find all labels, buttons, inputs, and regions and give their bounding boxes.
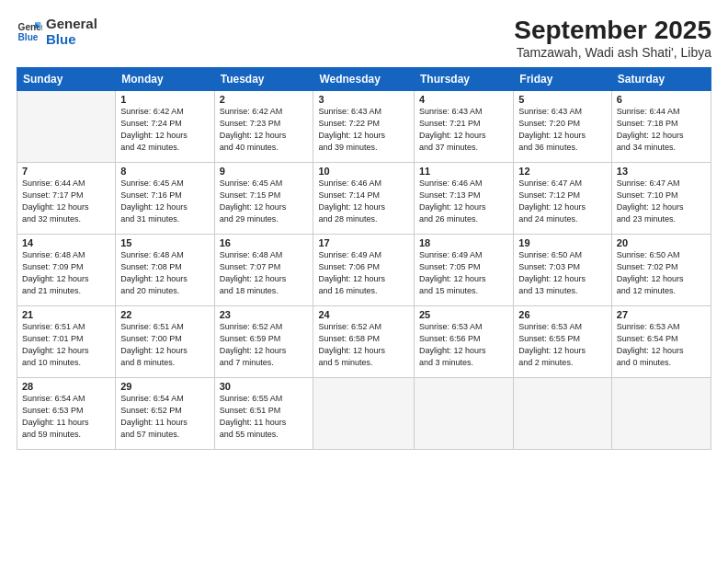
- day-info: Sunrise: 6:44 AMSunset: 7:18 PMDaylight:…: [617, 106, 706, 154]
- table-row: 19Sunrise: 6:50 AMSunset: 7:03 PMDayligh…: [514, 234, 612, 305]
- day-info: Sunrise: 6:47 AMSunset: 7:10 PMDaylight:…: [617, 178, 706, 225]
- table-row: [514, 377, 612, 449]
- table-row: 7Sunrise: 6:44 AMSunset: 7:17 PMDaylight…: [17, 162, 116, 234]
- col-tuesday: Tuesday: [214, 67, 313, 90]
- table-row: 2Sunrise: 6:42 AMSunset: 7:23 PMDaylight…: [214, 90, 313, 162]
- col-wednesday: Wednesday: [313, 67, 415, 90]
- logo-general: General: [46, 16, 97, 31]
- col-saturday: Saturday: [611, 67, 711, 90]
- day-info: Sunrise: 6:42 AMSunset: 7:24 PMDaylight:…: [120, 106, 209, 154]
- day-number: 3: [318, 94, 409, 105]
- day-info: Sunrise: 6:47 AMSunset: 7:12 PMDaylight:…: [518, 178, 607, 225]
- table-row: 28Sunrise: 6:54 AMSunset: 6:53 PMDayligh…: [17, 377, 116, 449]
- day-info: Sunrise: 6:52 AMSunset: 6:58 PMDaylight:…: [318, 321, 409, 369]
- day-number: 5: [518, 94, 607, 105]
- day-number: 20: [617, 237, 706, 248]
- day-number: 12: [518, 166, 607, 177]
- day-number: 23: [220, 309, 309, 320]
- col-sunday: Sunday: [17, 67, 116, 90]
- day-info: Sunrise: 6:49 AMSunset: 7:06 PMDaylight:…: [318, 249, 409, 297]
- day-number: 11: [419, 166, 508, 177]
- day-number: 29: [120, 381, 209, 392]
- day-info: Sunrise: 6:48 AMSunset: 7:08 PMDaylight:…: [120, 249, 209, 297]
- table-row: 9Sunrise: 6:45 AMSunset: 7:15 PMDaylight…: [214, 162, 313, 234]
- table-row: 13Sunrise: 6:47 AMSunset: 7:10 PMDayligh…: [611, 162, 711, 234]
- title-block: September 2025 Tamzawah, Wadi ash Shati'…: [514, 17, 711, 60]
- table-row: [611, 377, 711, 449]
- svg-text:Blue: Blue: [18, 32, 39, 42]
- calendar-table: Sunday Monday Tuesday Wednesday Thursday…: [17, 67, 711, 450]
- month-title: September 2025: [514, 17, 711, 45]
- calendar-week-row: 1Sunrise: 6:42 AMSunset: 7:24 PMDaylight…: [17, 90, 711, 162]
- table-row: 18Sunrise: 6:49 AMSunset: 7:05 PMDayligh…: [415, 234, 514, 305]
- day-info: Sunrise: 6:52 AMSunset: 6:59 PMDaylight:…: [220, 321, 309, 369]
- day-info: Sunrise: 6:43 AMSunset: 7:20 PMDaylight:…: [518, 106, 607, 154]
- day-number: 28: [22, 381, 110, 392]
- table-row: 22Sunrise: 6:51 AMSunset: 7:00 PMDayligh…: [116, 305, 214, 377]
- day-info: Sunrise: 6:43 AMSunset: 7:21 PMDaylight:…: [419, 106, 508, 154]
- table-row: 10Sunrise: 6:46 AMSunset: 7:14 PMDayligh…: [313, 162, 415, 234]
- table-row: 20Sunrise: 6:50 AMSunset: 7:02 PMDayligh…: [611, 234, 711, 305]
- day-info: Sunrise: 6:51 AMSunset: 7:01 PMDaylight:…: [22, 321, 110, 369]
- day-number: 9: [220, 166, 309, 177]
- table-row: 6Sunrise: 6:44 AMSunset: 7:18 PMDaylight…: [611, 90, 711, 162]
- day-info: Sunrise: 6:51 AMSunset: 7:00 PMDaylight:…: [120, 321, 209, 369]
- day-info: Sunrise: 6:46 AMSunset: 7:14 PMDaylight:…: [318, 178, 409, 225]
- day-number: 24: [318, 309, 409, 320]
- day-info: Sunrise: 6:44 AMSunset: 7:17 PMDaylight:…: [22, 178, 110, 225]
- day-info: Sunrise: 6:50 AMSunset: 7:02 PMDaylight:…: [617, 249, 706, 297]
- table-row: 30Sunrise: 6:55 AMSunset: 6:51 PMDayligh…: [214, 377, 313, 449]
- day-info: Sunrise: 6:53 AMSunset: 6:54 PMDaylight:…: [617, 321, 706, 369]
- day-number: 8: [120, 166, 209, 177]
- table-row: 12Sunrise: 6:47 AMSunset: 7:12 PMDayligh…: [514, 162, 612, 234]
- table-row: 4Sunrise: 6:43 AMSunset: 7:21 PMDaylight…: [415, 90, 514, 162]
- day-number: 14: [22, 237, 110, 248]
- day-info: Sunrise: 6:54 AMSunset: 6:52 PMDaylight:…: [120, 393, 209, 441]
- day-number: 30: [220, 381, 309, 392]
- day-number: 25: [419, 309, 508, 320]
- table-row: [415, 377, 514, 449]
- day-number: 27: [617, 309, 706, 320]
- header: General Blue General Blue September 2025…: [17, 17, 711, 60]
- logo: General Blue General Blue: [17, 17, 97, 47]
- day-info: Sunrise: 6:53 AMSunset: 6:55 PMDaylight:…: [518, 321, 607, 369]
- table-row: 26Sunrise: 6:53 AMSunset: 6:55 PMDayligh…: [514, 305, 612, 377]
- day-number: 22: [120, 309, 209, 320]
- day-number: 2: [220, 94, 309, 105]
- table-row: 21Sunrise: 6:51 AMSunset: 7:01 PMDayligh…: [17, 305, 116, 377]
- logo-icon: General Blue: [17, 19, 42, 45]
- table-row: 5Sunrise: 6:43 AMSunset: 7:20 PMDaylight…: [514, 90, 612, 162]
- table-row: 11Sunrise: 6:46 AMSunset: 7:13 PMDayligh…: [415, 162, 514, 234]
- table-row: 3Sunrise: 6:43 AMSunset: 7:22 PMDaylight…: [313, 90, 415, 162]
- table-row: [313, 377, 415, 449]
- day-info: Sunrise: 6:46 AMSunset: 7:13 PMDaylight:…: [419, 178, 508, 225]
- table-row: 23Sunrise: 6:52 AMSunset: 6:59 PMDayligh…: [214, 305, 313, 377]
- day-number: 26: [518, 309, 607, 320]
- header-row: Sunday Monday Tuesday Wednesday Thursday…: [17, 67, 711, 90]
- table-row: 8Sunrise: 6:45 AMSunset: 7:16 PMDaylight…: [116, 162, 214, 234]
- table-row: 17Sunrise: 6:49 AMSunset: 7:06 PMDayligh…: [313, 234, 415, 305]
- day-number: 19: [518, 237, 607, 248]
- day-number: 17: [318, 237, 409, 248]
- table-row: 25Sunrise: 6:53 AMSunset: 6:56 PMDayligh…: [415, 305, 514, 377]
- day-number: 13: [617, 166, 706, 177]
- day-number: 10: [318, 166, 409, 177]
- calendar-week-row: 14Sunrise: 6:48 AMSunset: 7:09 PMDayligh…: [17, 234, 711, 305]
- day-info: Sunrise: 6:45 AMSunset: 7:16 PMDaylight:…: [120, 178, 209, 225]
- day-info: Sunrise: 6:42 AMSunset: 7:23 PMDaylight:…: [220, 106, 309, 154]
- day-info: Sunrise: 6:48 AMSunset: 7:07 PMDaylight:…: [220, 249, 309, 297]
- table-row: 24Sunrise: 6:52 AMSunset: 6:58 PMDayligh…: [313, 305, 415, 377]
- table-row: 29Sunrise: 6:54 AMSunset: 6:52 PMDayligh…: [116, 377, 214, 449]
- day-info: Sunrise: 6:53 AMSunset: 6:56 PMDaylight:…: [419, 321, 508, 369]
- day-number: 4: [419, 94, 508, 105]
- col-thursday: Thursday: [415, 67, 514, 90]
- day-info: Sunrise: 6:50 AMSunset: 7:03 PMDaylight:…: [518, 249, 607, 297]
- day-number: 6: [617, 94, 706, 105]
- day-number: 16: [220, 237, 309, 248]
- day-info: Sunrise: 6:48 AMSunset: 7:09 PMDaylight:…: [22, 249, 110, 297]
- table-row: 15Sunrise: 6:48 AMSunset: 7:08 PMDayligh…: [116, 234, 214, 305]
- table-row: 14Sunrise: 6:48 AMSunset: 7:09 PMDayligh…: [17, 234, 116, 305]
- day-number: 21: [22, 309, 110, 320]
- calendar-week-row: 7Sunrise: 6:44 AMSunset: 7:17 PMDaylight…: [17, 162, 711, 234]
- day-info: Sunrise: 6:54 AMSunset: 6:53 PMDaylight:…: [22, 393, 110, 441]
